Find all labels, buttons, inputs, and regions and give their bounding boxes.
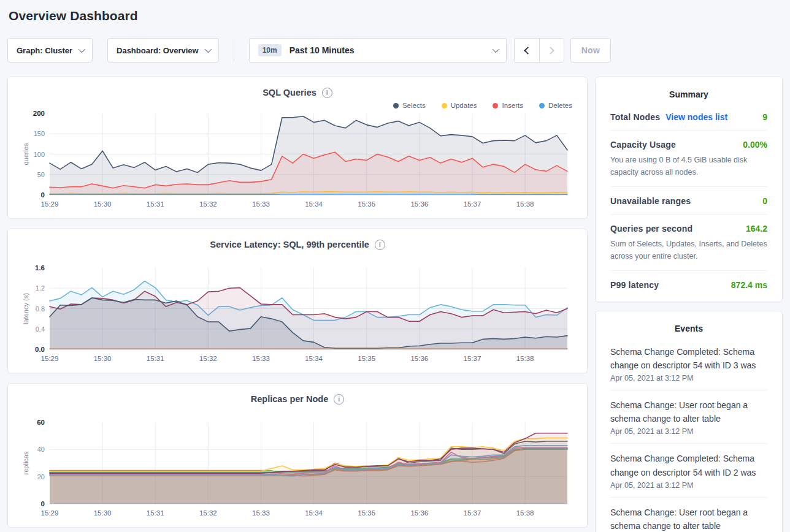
chevron-down-icon (79, 46, 85, 53)
svg-text:15:30: 15:30 (94, 200, 112, 208)
event-timestamp: Apr 05, 2021 at 3:12 PM (610, 374, 767, 382)
chart-title: Service Latency: SQL, 99th percentile (210, 240, 369, 249)
svg-text:50: 50 (37, 171, 45, 178)
legend-item-updates[interactable]: Updates (442, 101, 477, 110)
event-list-item[interactable]: Schema Change: User root began a schema … (610, 390, 767, 443)
summary-row-p99-latency: P99 latency 872.4 ms (610, 270, 767, 298)
chevron-down-icon (204, 46, 211, 53)
now-button[interactable]: Now (570, 38, 611, 63)
svg-text:15:37: 15:37 (464, 355, 481, 362)
legend-item-selects[interactable]: Selects (393, 101, 426, 110)
info-icon[interactable]: i (334, 394, 344, 405)
graph-dropdown[interactable]: Graph: Cluster (7, 38, 93, 63)
info-icon[interactable]: i (322, 88, 332, 98)
summary-value: 0 (762, 196, 767, 206)
dashboard-dropdown[interactable]: Dashboard: Overview (107, 38, 219, 63)
service-latency-chart-card: Service Latency: SQL, 99th percentile i … (7, 229, 588, 373)
legend-item-deletes[interactable]: Deletes (539, 101, 572, 110)
chevron-right-icon (546, 47, 554, 55)
svg-text:15:30: 15:30 (94, 509, 112, 517)
svg-text:15:37: 15:37 (464, 509, 481, 517)
legend-dot-icon (539, 103, 545, 108)
summary-row-unavailable-ranges: Unavailable ranges 0 (610, 186, 767, 214)
summary-title: Summary (610, 83, 767, 103)
svg-text:15:29: 15:29 (41, 355, 59, 362)
summary-value: 872.4 ms (731, 280, 767, 290)
legend-dot-icon (493, 103, 498, 108)
svg-text:15:37: 15:37 (464, 200, 481, 208)
svg-text:15:29: 15:29 (41, 509, 59, 517)
summary-label: Unavailable ranges (610, 196, 691, 206)
time-range-selector[interactable]: 10m Past 10 Minutes (249, 38, 507, 63)
legend-label: Deletes (548, 102, 572, 109)
summary-row-capacity-usage: Capacity Usage 0.00% You are using 0 B o… (610, 130, 767, 186)
summary-label: P99 latency (610, 280, 659, 290)
event-text: Schema Change: User root began a schema … (610, 398, 767, 425)
svg-text:15:35: 15:35 (358, 355, 375, 362)
replicas-per-node-chart-card: Replicas per Node i 020406015:2915:3015:… (7, 383, 588, 528)
svg-text:15:36: 15:36 (410, 509, 428, 517)
service-latency-chart[interactable]: 0.00.40.81.21.615:2915:3015:3115:3215:33… (20, 265, 572, 364)
previous-time-button[interactable] (515, 39, 539, 62)
info-icon[interactable]: i (375, 240, 385, 250)
sql-queries-chart-card: SQL Queries i Selects Updates Inserts (7, 77, 588, 219)
view-nodes-list-link[interactable]: View nodes list (665, 112, 727, 122)
summary-value: 0.00% (743, 140, 767, 150)
svg-text:15:31: 15:31 (147, 200, 164, 208)
svg-text:0.4: 0.4 (36, 325, 45, 333)
svg-text:1.2: 1.2 (36, 284, 45, 292)
time-range-badge: 10m (258, 44, 282, 56)
svg-text:15:38: 15:38 (516, 200, 534, 208)
svg-text:15:32: 15:32 (199, 355, 217, 362)
svg-text:15:32: 15:32 (199, 509, 217, 517)
chart-legend: Selects Updates Inserts Deletes (20, 101, 572, 110)
replicas-per-node-chart[interactable]: 020406015:2915:3015:3115:3215:3315:3415:… (20, 419, 572, 519)
summary-description: You are using 0 B of 4.5 GiB usable disk… (610, 154, 767, 178)
svg-text:15:35: 15:35 (358, 200, 375, 208)
summary-row-queries-per-second: Queries per second 164.2 Sum of Selects,… (610, 214, 767, 270)
svg-text:15:34: 15:34 (305, 355, 323, 362)
event-list-item[interactable]: Schema Change Completed: Schema change o… (610, 443, 767, 496)
legend-dot-icon (393, 103, 399, 108)
page-title: Overview Dashboard (7, 0, 783, 23)
summary-description: Sum of Selects, Updates, Inserts, and De… (610, 238, 767, 262)
event-list-item[interactable]: Schema Change: User root began a schema … (610, 497, 767, 532)
svg-text:200: 200 (33, 110, 45, 117)
event-timestamp: Apr 05, 2021 at 3:12 PM (610, 427, 767, 436)
sql-queries-chart[interactable]: 05010015020015:2915:3015:3115:3215:3315:… (20, 110, 572, 210)
legend-label: Updates (451, 102, 477, 109)
time-range-label: Past 10 Minutes (290, 45, 355, 55)
svg-text:0.0: 0.0 (35, 346, 45, 353)
charts-column: SQL Queries i Selects Updates Inserts (7, 77, 588, 532)
svg-text:0.8: 0.8 (36, 305, 45, 313)
svg-text:15:38: 15:38 (516, 355, 534, 362)
chart-title: Replicas per Node (251, 394, 329, 404)
svg-text:15:31: 15:31 (147, 509, 164, 517)
dashboard-dropdown-label: Dashboard: Overview (117, 46, 199, 55)
svg-text:40: 40 (37, 446, 45, 453)
svg-text:15:32: 15:32 (199, 200, 217, 208)
toolbar: Graph: Cluster Dashboard: Overview 10m P… (7, 38, 783, 63)
summary-label: Total Nodes (610, 112, 660, 122)
next-time-button[interactable] (539, 39, 564, 62)
svg-text:20: 20 (37, 473, 45, 481)
svg-text:60: 60 (37, 419, 45, 426)
event-text: Schema Change Completed: Schema change o… (610, 452, 767, 479)
svg-text:15:35: 15:35 (358, 509, 375, 517)
legend-label: Inserts (502, 102, 523, 109)
svg-text:0: 0 (41, 191, 45, 199)
summary-label: Capacity Usage (610, 140, 676, 150)
summary-value: 9 (762, 112, 767, 122)
legend-item-inserts[interactable]: Inserts (493, 101, 523, 110)
summary-label: Queries per second (610, 224, 692, 234)
time-step-buttons (514, 38, 564, 63)
event-text: Schema Change: User root began a schema … (610, 506, 767, 532)
svg-text:150: 150 (34, 130, 45, 137)
overview-dashboard-page: Overview Dashboard Graph: Cluster Dashbo… (0, 0, 790, 532)
toolbar-divider (234, 39, 234, 62)
event-list-item[interactable]: Schema Change Completed: Schema change o… (610, 337, 767, 390)
events-panel: Events Schema Change Completed: Schema c… (595, 311, 783, 532)
summary-value: 164.2 (746, 224, 767, 234)
chevron-down-icon (492, 46, 499, 53)
svg-text:15:38: 15:38 (516, 509, 534, 517)
